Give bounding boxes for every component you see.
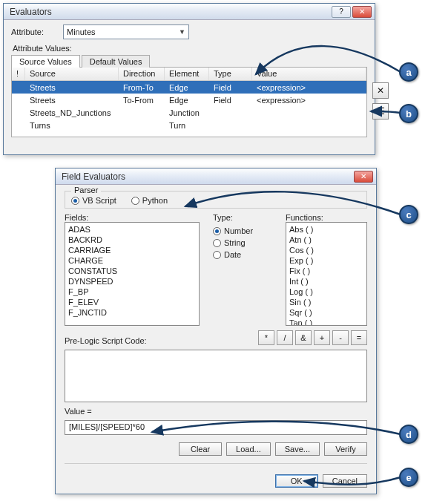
col-value[interactable]: Value bbox=[252, 68, 366, 80]
attribute-values-label: Attribute Values: bbox=[13, 44, 367, 53]
list-item[interactable]: Fix ( ) bbox=[289, 266, 363, 276]
list-item[interactable]: CHARGE bbox=[68, 255, 196, 266]
callout-b: b bbox=[399, 104, 418, 123]
list-item[interactable]: Exp ( ) bbox=[289, 255, 363, 266]
cancel-button[interactable]: Cancel bbox=[323, 474, 367, 488]
op-plus-button[interactable]: + bbox=[314, 330, 330, 345]
col-element[interactable]: Element bbox=[165, 68, 209, 80]
value-input[interactable]: [MILES]/[SPEED]*60 bbox=[65, 420, 367, 435]
parser-label: Parser bbox=[71, 186, 101, 194]
col-source[interactable]: Source bbox=[25, 68, 119, 80]
value-label: Value = bbox=[65, 407, 367, 416]
list-item[interactable]: Sin ( ) bbox=[289, 297, 363, 307]
close-button[interactable]: ✕ bbox=[354, 171, 373, 183]
fields-list[interactable]: ADAS BACKRD CARRIAGE CHARGE CONSTATUS DY… bbox=[65, 222, 200, 326]
window-title: Evaluators bbox=[10, 7, 332, 17]
list-item[interactable]: Int ( ) bbox=[289, 276, 363, 287]
evaluators-window: Evaluators ? ✕ Attribute: Minutes ▼ Attr… bbox=[3, 3, 375, 155]
list-item[interactable]: DYNSPEED bbox=[68, 276, 196, 287]
parser-group: Parser VB Script Python bbox=[65, 191, 367, 209]
col-type[interactable]: Type bbox=[209, 68, 252, 80]
ok-button[interactable]: OK bbox=[275, 474, 318, 488]
load-button[interactable]: Load... bbox=[226, 442, 271, 456]
col-bang[interactable]: ! bbox=[12, 68, 25, 80]
attribute-label: Attribute: bbox=[11, 27, 56, 36]
list-item[interactable]: ADAS bbox=[68, 224, 196, 235]
titlebar[interactable]: Evaluators ? ✕ bbox=[4, 4, 375, 20]
help-button[interactable]: ? bbox=[332, 6, 351, 18]
prelogic-textarea[interactable] bbox=[65, 350, 367, 402]
list-item[interactable]: Abs ( ) bbox=[289, 224, 363, 235]
list-item[interactable]: Tan ( ) bbox=[289, 318, 363, 326]
verify-button[interactable]: Verify bbox=[324, 442, 367, 456]
callout-a: a bbox=[399, 62, 418, 82]
list-item[interactable]: F_ELEV bbox=[68, 297, 196, 307]
fields-label: Fields: bbox=[65, 213, 200, 222]
list-item[interactable]: F_BP bbox=[68, 287, 196, 297]
tab-source-values[interactable]: Source Values bbox=[11, 55, 80, 68]
functions-list[interactable]: Abs ( ) Atn ( ) Cos ( ) Exp ( ) Fix ( ) … bbox=[286, 222, 367, 326]
delete-button[interactable]: ✕ bbox=[372, 82, 389, 99]
attribute-value: Minutes bbox=[67, 27, 96, 36]
titlebar[interactable]: Field Evaluators ✕ bbox=[56, 168, 376, 185]
x-icon: ✕ bbox=[377, 85, 384, 96]
type-date-radio[interactable]: Date bbox=[213, 250, 272, 259]
parser-vbscript-radio[interactable]: VB Script bbox=[71, 196, 116, 205]
callout-e: e bbox=[399, 468, 418, 487]
table-row[interactable]: Streets To-From Edge Field <expression> bbox=[12, 94, 366, 106]
prelogic-label: Pre-Logic Script Code: bbox=[65, 336, 147, 345]
list-item[interactable]: CONSTATUS bbox=[68, 266, 196, 276]
list-item[interactable]: CARRIAGE bbox=[68, 245, 196, 255]
parser-python-radio[interactable]: Python bbox=[131, 196, 168, 205]
op-amp-button[interactable]: & bbox=[295, 330, 312, 345]
list-item[interactable]: Log ( ) bbox=[289, 287, 363, 297]
list-item[interactable]: BACKRD bbox=[68, 235, 196, 245]
list-item[interactable]: Sqr ( ) bbox=[289, 307, 363, 318]
tabstrip: Source Values Default Values bbox=[11, 54, 367, 68]
callout-c: c bbox=[399, 205, 418, 224]
op-multiply-button[interactable]: * bbox=[258, 330, 274, 345]
attribute-combo[interactable]: Minutes ▼ bbox=[63, 24, 189, 39]
clear-button[interactable]: Clear bbox=[179, 442, 222, 456]
window-title: Field Evaluators bbox=[62, 171, 354, 182]
chevron-down-icon: ▼ bbox=[179, 28, 185, 36]
op-minus-button[interactable]: - bbox=[332, 330, 349, 345]
op-divide-button[interactable]: / bbox=[277, 330, 293, 345]
callout-d: d bbox=[399, 425, 418, 444]
type-string-radio[interactable]: String bbox=[213, 238, 272, 247]
functions-label: Functions: bbox=[286, 213, 367, 222]
list-item[interactable]: Cos ( ) bbox=[289, 245, 363, 255]
properties-button[interactable]: ☰ bbox=[372, 103, 389, 120]
field-evaluators-window: Field Evaluators ✕ Parser VB Script Pyth… bbox=[55, 168, 377, 494]
close-button[interactable]: ✕ bbox=[352, 6, 372, 18]
table-row[interactable]: Turns Turn bbox=[12, 119, 366, 131]
type-label: Type: bbox=[213, 213, 272, 222]
save-button[interactable]: Save... bbox=[275, 442, 320, 456]
type-number-radio[interactable]: Number bbox=[213, 226, 272, 235]
op-equals-button[interactable]: = bbox=[351, 330, 367, 345]
table-row[interactable]: Streets From-To Edge Field <expression> bbox=[12, 81, 366, 94]
values-grid: ! Source Direction Element Type Value St… bbox=[11, 68, 367, 137]
col-direction[interactable]: Direction bbox=[119, 68, 165, 80]
list-item[interactable]: Atn ( ) bbox=[289, 235, 363, 245]
tab-default-values[interactable]: Default Values bbox=[82, 55, 151, 68]
torn-edge bbox=[4, 143, 375, 155]
table-row[interactable]: Streets_ND_Junctions Junction bbox=[12, 106, 366, 119]
list-item[interactable]: F_JNCTID bbox=[68, 307, 196, 318]
properties-icon: ☰ bbox=[377, 106, 385, 117]
